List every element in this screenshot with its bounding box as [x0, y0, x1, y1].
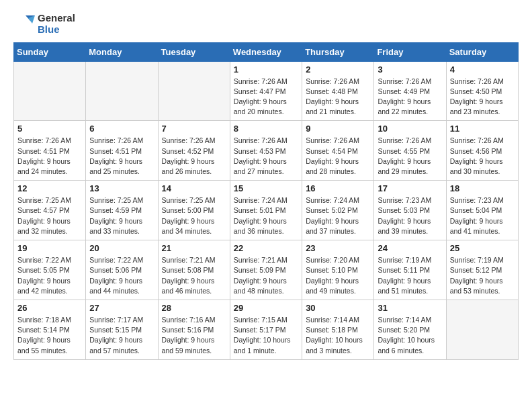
day-info: Sunrise: 7:25 AMSunset: 4:59 PMDaylight:…: [89, 195, 154, 236]
day-number: 11: [450, 124, 515, 134]
day-info: Sunrise: 7:24 AMSunset: 5:01 PMDaylight:…: [234, 195, 298, 236]
day-number: 9: [306, 124, 370, 134]
day-info: Sunrise: 7:26 AMSunset: 4:56 PMDaylight:…: [450, 136, 515, 177]
weekday-header: Monday: [86, 42, 158, 61]
logo-general: General: [38, 12, 75, 24]
day-info: Sunrise: 7:14 AMSunset: 5:18 PMDaylight:…: [306, 315, 370, 356]
day-info: Sunrise: 7:21 AMSunset: 5:09 PMDaylight:…: [234, 255, 298, 296]
day-info: Sunrise: 7:19 AMSunset: 5:12 PMDaylight:…: [450, 255, 515, 296]
calendar-cell: 23Sunrise: 7:20 AMSunset: 5:10 PMDayligh…: [302, 240, 374, 300]
day-info: Sunrise: 7:17 AMSunset: 5:15 PMDaylight:…: [89, 315, 154, 356]
day-info: Sunrise: 7:26 AMSunset: 4:51 PMDaylight:…: [89, 136, 154, 177]
day-number: 26: [17, 303, 82, 313]
logo-text: General Blue: [38, 12, 75, 36]
calendar-week-row: 1Sunrise: 7:26 AMSunset: 4:47 PMDaylight…: [14, 61, 519, 121]
calendar-cell: 29Sunrise: 7:15 AMSunset: 5:17 PMDayligh…: [230, 300, 302, 360]
day-info: Sunrise: 7:19 AMSunset: 5:11 PMDaylight:…: [378, 255, 442, 296]
day-number: 6: [89, 124, 154, 134]
weekday-header: Thursday: [302, 42, 374, 61]
day-number: 31: [378, 303, 442, 313]
calendar-cell: 18Sunrise: 7:23 AMSunset: 5:04 PMDayligh…: [446, 181, 518, 240]
day-number: 25: [450, 243, 515, 253]
day-number: 4: [450, 64, 515, 75]
weekday-header: Sunday: [14, 42, 86, 61]
weekday-header: Friday: [374, 42, 446, 61]
day-info: Sunrise: 7:26 AMSunset: 4:55 PMDaylight:…: [378, 136, 442, 177]
logo: General Blue: [13, 12, 75, 36]
day-info: Sunrise: 7:25 AMSunset: 4:57 PMDaylight:…: [17, 195, 82, 236]
calendar-cell: [86, 61, 158, 121]
day-number: 3: [378, 64, 442, 75]
calendar-cell: 22Sunrise: 7:21 AMSunset: 5:09 PMDayligh…: [230, 240, 302, 300]
day-number: 29: [234, 303, 298, 313]
calendar-cell: 5Sunrise: 7:26 AMSunset: 4:51 PMDaylight…: [14, 121, 86, 181]
day-number: 2: [306, 64, 370, 75]
weekday-header: Saturday: [446, 42, 518, 61]
day-info: Sunrise: 7:26 AMSunset: 4:48 PMDaylight:…: [306, 77, 370, 118]
calendar-cell: 3Sunrise: 7:26 AMSunset: 4:49 PMDaylight…: [374, 61, 446, 121]
calendar-cell: 12Sunrise: 7:25 AMSunset: 4:57 PMDayligh…: [14, 181, 86, 240]
day-number: 16: [306, 183, 370, 193]
day-info: Sunrise: 7:16 AMSunset: 5:16 PMDaylight:…: [162, 315, 226, 356]
day-number: 12: [17, 183, 82, 193]
day-info: Sunrise: 7:26 AMSunset: 4:53 PMDaylight:…: [234, 136, 298, 177]
calendar-cell: 14Sunrise: 7:25 AMSunset: 5:00 PMDayligh…: [158, 181, 230, 240]
day-number: 19: [17, 243, 82, 253]
calendar-week-row: 26Sunrise: 7:18 AMSunset: 5:14 PMDayligh…: [14, 300, 519, 360]
calendar-cell: 27Sunrise: 7:17 AMSunset: 5:15 PMDayligh…: [86, 300, 158, 360]
calendar-cell: 2Sunrise: 7:26 AMSunset: 4:48 PMDaylight…: [302, 61, 374, 121]
calendar-cell: 1Sunrise: 7:26 AMSunset: 4:47 PMDaylight…: [230, 61, 302, 121]
logo-container: General Blue: [13, 12, 75, 36]
header: General Blue: [13, 12, 519, 36]
day-number: 8: [234, 124, 298, 134]
day-info: Sunrise: 7:23 AMSunset: 5:03 PMDaylight:…: [378, 195, 442, 236]
day-number: 14: [162, 183, 226, 193]
day-number: 27: [89, 303, 154, 313]
calendar-cell: 16Sunrise: 7:24 AMSunset: 5:02 PMDayligh…: [302, 181, 374, 240]
day-info: Sunrise: 7:26 AMSunset: 4:51 PMDaylight:…: [17, 136, 82, 177]
calendar-cell: 19Sunrise: 7:22 AMSunset: 5:05 PMDayligh…: [14, 240, 86, 300]
calendar-week-row: 12Sunrise: 7:25 AMSunset: 4:57 PMDayligh…: [14, 181, 519, 240]
day-info: Sunrise: 7:24 AMSunset: 5:02 PMDaylight:…: [306, 195, 370, 236]
calendar-week-row: 5Sunrise: 7:26 AMSunset: 4:51 PMDaylight…: [14, 121, 519, 181]
day-info: Sunrise: 7:26 AMSunset: 4:54 PMDaylight:…: [306, 136, 370, 177]
calendar-page: General Blue SundayMondayTuesdayWednesda…: [0, 0, 532, 372]
day-info: Sunrise: 7:23 AMSunset: 5:04 PMDaylight:…: [450, 195, 515, 236]
day-number: 1: [234, 64, 298, 75]
day-number: 18: [450, 183, 515, 193]
calendar-cell: [14, 61, 86, 121]
calendar-cell: 20Sunrise: 7:22 AMSunset: 5:06 PMDayligh…: [86, 240, 158, 300]
calendar-cell: [158, 61, 230, 121]
day-number: 24: [378, 243, 442, 253]
day-info: Sunrise: 7:14 AMSunset: 5:20 PMDaylight:…: [378, 315, 442, 356]
calendar-cell: 21Sunrise: 7:21 AMSunset: 5:08 PMDayligh…: [158, 240, 230, 300]
calendar-cell: 4Sunrise: 7:26 AMSunset: 4:50 PMDaylight…: [446, 61, 518, 121]
calendar-table: SundayMondayTuesdayWednesdayThursdayFrid…: [13, 42, 519, 360]
calendar-cell: 7Sunrise: 7:26 AMSunset: 4:52 PMDaylight…: [158, 121, 230, 181]
calendar-cell: 11Sunrise: 7:26 AMSunset: 4:56 PMDayligh…: [446, 121, 518, 181]
day-number: 17: [378, 183, 442, 193]
calendar-cell: 28Sunrise: 7:16 AMSunset: 5:16 PMDayligh…: [158, 300, 230, 360]
day-info: Sunrise: 7:25 AMSunset: 5:00 PMDaylight:…: [162, 195, 226, 236]
weekday-header-row: SundayMondayTuesdayWednesdayThursdayFrid…: [14, 42, 519, 61]
calendar-cell: [446, 300, 518, 360]
calendar-cell: 6Sunrise: 7:26 AMSunset: 4:51 PMDaylight…: [86, 121, 158, 181]
day-number: 13: [89, 183, 154, 193]
day-number: 23: [306, 243, 370, 253]
day-number: 28: [162, 303, 226, 313]
day-number: 30: [306, 303, 370, 313]
weekday-header: Wednesday: [230, 42, 302, 61]
day-number: 20: [89, 243, 154, 253]
day-info: Sunrise: 7:15 AMSunset: 5:17 PMDaylight:…: [234, 315, 298, 356]
day-info: Sunrise: 7:18 AMSunset: 5:14 PMDaylight:…: [17, 315, 82, 356]
day-number: 15: [234, 183, 298, 193]
calendar-cell: 24Sunrise: 7:19 AMSunset: 5:11 PMDayligh…: [374, 240, 446, 300]
calendar-cell: 17Sunrise: 7:23 AMSunset: 5:03 PMDayligh…: [374, 181, 446, 240]
calendar-week-row: 19Sunrise: 7:22 AMSunset: 5:05 PMDayligh…: [14, 240, 519, 300]
logo-blue: Blue: [38, 24, 75, 35]
day-info: Sunrise: 7:26 AMSunset: 4:47 PMDaylight:…: [234, 77, 298, 118]
day-info: Sunrise: 7:26 AMSunset: 4:52 PMDaylight:…: [162, 136, 226, 177]
calendar-cell: 15Sunrise: 7:24 AMSunset: 5:01 PMDayligh…: [230, 181, 302, 240]
day-info: Sunrise: 7:21 AMSunset: 5:08 PMDaylight:…: [162, 255, 226, 296]
weekday-header: Tuesday: [158, 42, 230, 61]
